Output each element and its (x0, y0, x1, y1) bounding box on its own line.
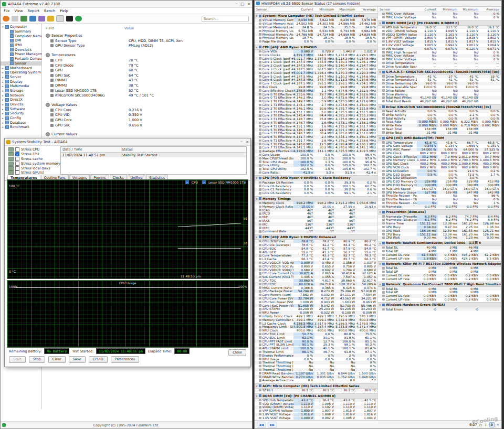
sensor-row[interactable]: Total DL 0 MB 0 MB 0 MB (378, 287, 501, 291)
sensor-row[interactable]: VDDQ (DIMM) Voltage 1.110 V 1.101 V 1.11… (378, 33, 501, 36)
stress-option[interactable]: Stress local disks (8, 166, 60, 170)
sensor-row[interactable]: Average Effective Clock 4,176.6 MHz 111.… (255, 149, 377, 153)
monitor-icon[interactable] (29, 16, 36, 22)
collapse-icon[interactable]: ∨ (378, 283, 382, 286)
sensor-row[interactable]: NPU Clock 800.0 MHz 800.0 MHz 800.0 MHz … (255, 329, 377, 333)
section-header[interactable]: ∨ Network: Qualcomm FastConnect 7800 Wi-… (378, 282, 501, 287)
sensor-row[interactable]: Infinity Fabric Clock (FCLK) 499.1 MHz 4… (255, 315, 377, 318)
sensor-row[interactable]: Framerate (Displayed) 6.1 FPS 6.2 FPS 76… (378, 218, 501, 222)
report-icon[interactable] (56, 15, 64, 22)
sensor-row[interactable]: Physical Memory Available 24,766 MB 24,7… (255, 33, 377, 36)
action-button[interactable]: Preferences (111, 356, 139, 363)
stress-option[interactable]: Stress CPU (8, 147, 60, 152)
section-header[interactable]: ∨ DDR5 DIMM [#1]: [P0 CHANNEL B/DIMM 0] (378, 20, 501, 26)
sensor-row[interactable]: tRFC 443T 443T 443T (255, 226, 377, 230)
checkbox[interactable] (15, 162, 19, 166)
menu-item[interactable]: View (14, 9, 23, 13)
sensor-row[interactable]: L3 Cache Clock 4,156.5 MHz 3,917.9 MHz 4… (255, 321, 377, 325)
sensor-row[interactable]: Core 4 T0 Effective Clock 4,148.7 MHz 1.… (255, 121, 377, 125)
section-header[interactable]: ∨ CPU [#0]: AMD Ryzen 9 8945HS: Enhanced (255, 234, 377, 240)
sensor-row[interactable]: Core 7 T1 Effective Clock 4,141.1 MHz 30… (255, 146, 377, 149)
tree-item[interactable]: ▸ Database (1, 120, 41, 125)
logging-icon[interactable]: ↓ (484, 423, 487, 427)
sensor-row[interactable]: Core 7 T0 Effective Clock 4,145.0 MHz 12… (255, 142, 377, 146)
col-sensor[interactable]: Sensor (255, 7, 293, 11)
sensor-row[interactable]: 1.0V VOLT Voltage 1.005 V 0.992 V 1.003 … (378, 44, 501, 47)
tree-item[interactable]: Computer Name (1, 34, 41, 38)
sensor-row[interactable]: NPU Usage 0.0 % 0.0 % 0.0 % 0.0 % (255, 357, 377, 361)
sensor-row[interactable]: Thermal Limit 86.1 % 46.7 % 91.8 % 87.1 … (255, 350, 377, 354)
sensor-row[interactable]: GPU SoC Clock 400.2 MHz 400.0 MHz 1,000.… (378, 162, 501, 166)
sensor-row[interactable]: Read Total 158 MB 158 MB 158 MB (378, 127, 501, 131)
sensor-row[interactable]: Average Active Core Count 8.0 1.5 8.0 7.… (255, 379, 377, 382)
sensor-row[interactable]: VDDQ (DIMM) Voltage 1.110 V 1.102 V 1.11… (255, 405, 377, 409)
sensor-row[interactable]: 1.8V VOLT Voltage 1.815 V 1.815 V 1.817 … (378, 40, 501, 44)
page-back-icon[interactable]: ◀◀ (257, 422, 266, 428)
maximize-icon[interactable]: ▢ (241, 2, 245, 6)
sensor-row[interactable]: GPU Memory Clock 1,000.2 MHz 1,000.0 MHz… (378, 158, 501, 162)
collapse-icon[interactable]: ∨ (378, 70, 382, 73)
sensor-row[interactable]: GPU D3D Usage 0.9 % 0.0 % 72.5 % 1.7 % (378, 173, 501, 176)
sensor-row[interactable]: 1.8V VOLT Voltage 1.816 V 1.808 V 1.816 … (255, 413, 377, 416)
tree-item[interactable]: ▸ Network (1, 93, 41, 98)
tree-item[interactable]: ▾ Computer (1, 25, 41, 29)
sensor-row[interactable]: GPU Core 1.000 V (46, 117, 252, 123)
sensor-row[interactable]: Core Effective Clocks 4,148.8 MHz 1.1 MH… (255, 89, 377, 92)
sensor-row[interactable]: Total DL 0 MB 0 MB 0 MB (378, 266, 501, 270)
sensor-row[interactable]: Lexar SSD NM1000 1TB 52 °C (46, 88, 252, 93)
computer-icon[interactable] (12, 16, 18, 22)
section-header[interactable]: ∨ GPU [#0]: AMD Radeon(TM) 780M (378, 135, 501, 141)
sensor-row[interactable]: GPU SoC 0.656 V (46, 123, 252, 128)
sensor-row[interactable]: Virtual Memory Load 24.8 % 24.1 % 25.1 %… (255, 26, 377, 29)
sensor-row[interactable]: PMIC Under Voltage No No No 0 % (378, 16, 501, 19)
collapse-icon[interactable]: ∨ (378, 105, 382, 109)
tree-item[interactable]: Sensor (1, 61, 41, 66)
sensor-row[interactable]: GPU D3D Memory Dynamic 300 MB 300 MB 380… (378, 184, 501, 187)
sensor-row[interactable]: DIMM1 43 °C (46, 78, 252, 83)
sensor-row[interactable]: Core 5 T0 Effective Clock 4,146.1 MHz 24… (255, 128, 377, 132)
action-button[interactable]: Start (9, 356, 26, 363)
sensor-row[interactable]: Current DL rate 0.0 KB/s 0.0 KB/s 0.2 KB… (378, 274, 501, 277)
sensor-row[interactable]: Current UP rate 0.0 KB/s 0.0 KB/s 0.2 KB… (378, 277, 501, 281)
sensor-row[interactable]: CPU PPT FAST Limit 80.0 % 12.7 % 106.0 %… (255, 339, 377, 343)
sensor-row[interactable]: Virtual Memory Commited 8,036 MB 7,822 M… (255, 18, 377, 22)
sensor-row[interactable]: GPU Clock (Effective) 33.2 MHz 7.9 MHz 2… (378, 155, 501, 158)
tree-item[interactable]: ▸ Devices (1, 102, 41, 107)
sensor-row[interactable]: Read Activity 0.0 % 0.0 % 0.0 % 0.0 % (378, 110, 501, 113)
tree-item[interactable]: Portable Computer (1, 57, 41, 61)
tree-item[interactable]: ▸ DirectX (1, 98, 41, 102)
sensor-row[interactable]: Core 4 Clock (perf #6) 5,001.7 MHz 1,396… (255, 71, 377, 74)
sensor-row[interactable]: Framerate (Presented) 6.3 FPS 6.2 FPS 74… (378, 214, 501, 218)
tree-item[interactable]: Power Management (1, 52, 41, 57)
sensor-row[interactable]: GPU D3D Utilizations 0.0 % 3.0 % (378, 176, 501, 180)
sensor-row[interactable]: Total UP 0 MB 0 MB 0 MB (378, 270, 501, 274)
sensor-row[interactable]: Core 5 T1 Effective Clock 4,148.7 MHz 30… (255, 132, 377, 135)
collapse-icon[interactable]: ∨ (378, 242, 382, 245)
sensor-row[interactable]: VDD (DRAM) Voltage 1.110 V 1.095 V 1.110… (255, 402, 377, 405)
sensor-row[interactable]: Drive Available Spare 100.0 % 100.0 % 10… (378, 85, 501, 89)
sensor-row[interactable]: CPU EDC Limit 62.1 % 30.1 % 91.8 % 60.1 … (255, 336, 377, 339)
log-row[interactable]: 11/02/2024 11:48:52 pm Stability Test St… (61, 153, 246, 157)
section-header[interactable]: ∨ Drive: KINGSTON SKC3000D4096G (50026B7… (378, 104, 501, 110)
col-maximum[interactable]: Maximum (335, 7, 356, 11)
sensor-row[interactable]: Framerate 0.0 FPS 0.0 FPS 0.0 FPS 0.0 FP… (378, 205, 501, 208)
sensor-row[interactable]: Core C6 Residency 0.0 % 0.0 % 100.1 % 60… (255, 184, 377, 188)
sensor-row[interactable]: tRC 136T 136T 136T (255, 222, 377, 226)
sensor-row[interactable]: CPU Diode 79 °C (46, 63, 252, 68)
collapse-icon[interactable]: ∨ (378, 136, 382, 140)
sensor-row[interactable]: GPU ASIC Power 54.000 W 9.000 W 64.000 W… (378, 148, 501, 152)
collapse-icon[interactable]: ∨ (378, 22, 382, 25)
sensor-row[interactable]: tCAS 46T 46T 46T (255, 208, 377, 212)
sensor-row[interactable]: APU GFX 55.6 °C 41.3 °C 56.7 °C 55.6 °C (255, 250, 377, 254)
menu-item[interactable]: Bench (44, 9, 55, 13)
flame-icon[interactable] (47, 16, 54, 22)
sensor-row[interactable]: Current DL rate 61.4 KB/s 0.4 KB/s 495.2… (378, 253, 501, 256)
sensor-row[interactable]: GPU VCN Clock 800.2 MHz 800.0 MHz 800.9 … (378, 166, 501, 169)
action-button[interactable]: Clear (48, 356, 66, 363)
sensor-row[interactable]: DRAM Write Bandwidth 0.270 GB/s 0.035 GB… (255, 375, 377, 379)
collapse-icon[interactable]: ∨ (255, 394, 259, 398)
sensor-row[interactable]: GPU Temperature 61.6 °C 41.6 °C 66.7 °C … (378, 141, 501, 144)
sensor-row[interactable]: PMIC Over Voltage No No No 0 % (378, 54, 501, 58)
sensor-row[interactable]: Core Powers (sum) 7.562 W 0.032 W 34.111… (255, 293, 377, 297)
sensor-row[interactable]: Package C6 Residency 0.0 % 0.0 % 39.3 % … (255, 180, 377, 184)
